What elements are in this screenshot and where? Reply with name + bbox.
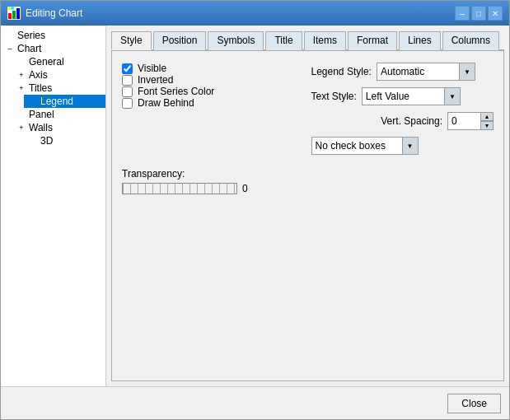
spinner-buttons: ▲ ▼ xyxy=(480,112,494,130)
tree-label-titles: Titles xyxy=(29,82,52,94)
expander-3d xyxy=(27,135,39,147)
title-bar-buttons: – □ ✕ xyxy=(455,6,503,21)
vert-spacing-spinner: ▲ ▼ xyxy=(447,112,494,130)
tree-item-panel[interactable]: Panel xyxy=(12,108,105,121)
tab-bar: Style Position Symbols Title Items Forma… xyxy=(111,30,504,51)
draw-behind-label: Draw Behind xyxy=(138,97,194,109)
svg-rect-1 xyxy=(8,13,12,19)
font-series-color-checkbox[interactable] xyxy=(122,86,133,97)
font-series-color-label: Font Series Color xyxy=(138,86,214,97)
inverted-label: Inverted xyxy=(138,74,173,86)
form-right: Legend Style: Automatic Manual ▼ xyxy=(311,63,494,155)
tree-item-chart[interactable]: – Chart xyxy=(1,42,105,55)
text-style-label: Text Style: xyxy=(311,91,357,102)
svg-point-4 xyxy=(7,7,11,10)
font-series-color-row: Font Series Color xyxy=(122,86,305,97)
no-check-boxes-select-wrapper: No check boxes Check boxes ▼ xyxy=(311,137,419,155)
tree-label-chart: Chart xyxy=(17,43,41,54)
svg-rect-2 xyxy=(12,11,16,19)
tree-item-axis[interactable]: + Axis xyxy=(12,68,105,82)
tree-item-general[interactable]: General xyxy=(12,55,105,68)
tree-label-legend: Legend xyxy=(40,96,73,107)
tree-label-walls: Walls xyxy=(29,122,53,133)
minimize-button[interactable]: – xyxy=(455,6,470,21)
expander-walls: + xyxy=(16,122,27,133)
legend-style-select-wrapper: Automatic Manual ▼ xyxy=(377,63,475,81)
svg-point-5 xyxy=(11,7,14,10)
tree-label-3d: 3D xyxy=(40,135,53,147)
tab-position[interactable]: Position xyxy=(153,31,207,50)
transparency-section: Transparency: 0 xyxy=(122,168,494,194)
text-style-select-wrapper: Left Value Right Value Center ▼ xyxy=(362,87,461,105)
svg-rect-3 xyxy=(16,8,20,19)
vert-spacing-input[interactable] xyxy=(447,112,480,130)
vert-spacing-row: Vert. Spacing: ▲ ▼ xyxy=(311,112,494,130)
form-grid: Visible Inverted Font Series Color xyxy=(122,63,494,155)
main-window: Editing Chart – □ ✕ Series – Chart Gener… xyxy=(0,0,510,420)
draw-behind-checkbox[interactable] xyxy=(122,98,133,109)
title-bar: Editing Chart – □ ✕ xyxy=(1,1,509,26)
spinner-up-button[interactable]: ▲ xyxy=(480,112,494,121)
tree-panel: Series – Chart General + Axis + Titles L… xyxy=(1,26,106,386)
tree-item-walls[interactable]: + Walls xyxy=(12,121,105,134)
no-check-boxes-select[interactable]: No check boxes Check boxes xyxy=(311,137,419,155)
transparency-label: Transparency: xyxy=(122,168,494,180)
legend-style-select[interactable]: Automatic Manual xyxy=(377,63,475,81)
tree-label-panel: Panel xyxy=(29,109,54,120)
tab-style[interactable]: Style xyxy=(111,31,152,50)
right-panel: Style Position Symbols Title Items Forma… xyxy=(106,26,509,386)
transparency-slider[interactable] xyxy=(122,183,237,194)
tab-format[interactable]: Format xyxy=(348,31,397,50)
content-area: Visible Inverted Font Series Color xyxy=(111,51,504,381)
expander-axis: + xyxy=(16,69,27,81)
form-left: Visible Inverted Font Series Color xyxy=(122,63,305,155)
expander-titles: + xyxy=(16,82,27,94)
tree-label-general: General xyxy=(29,56,64,68)
tree-item-series[interactable]: Series xyxy=(1,29,105,42)
slider-row: 0 xyxy=(122,183,494,194)
vert-spacing-label: Vert. Spacing: xyxy=(381,115,442,127)
visible-row: Visible xyxy=(122,63,305,74)
expander-chart: – xyxy=(4,43,16,54)
spinner-down-button[interactable]: ▼ xyxy=(480,121,494,130)
inverted-checkbox[interactable] xyxy=(122,75,133,86)
bottom-bar: Close xyxy=(1,386,509,419)
expander-general xyxy=(16,56,27,68)
visible-label: Visible xyxy=(138,63,166,74)
tab-symbols[interactable]: Symbols xyxy=(208,31,264,50)
window-title: Editing Chart xyxy=(26,7,455,19)
maximize-button[interactable]: □ xyxy=(471,6,486,21)
tree-label-axis: Axis xyxy=(29,69,48,81)
tree-label-series: Series xyxy=(17,30,45,41)
inverted-row: Inverted xyxy=(122,74,305,86)
visible-checkbox[interactable] xyxy=(122,63,133,74)
expander-series xyxy=(4,30,16,41)
no-check-boxes-row: No check boxes Check boxes ▼ xyxy=(311,137,494,155)
window-content: Series – Chart General + Axis + Titles L… xyxy=(1,26,509,386)
expander-panel xyxy=(16,109,27,120)
tab-items[interactable]: Items xyxy=(304,31,346,50)
transparency-value: 0 xyxy=(242,183,248,194)
text-style-row: Text Style: Left Value Right Value Cente… xyxy=(311,87,494,105)
tree-item-titles[interactable]: + Titles xyxy=(12,82,105,95)
legend-style-row: Legend Style: Automatic Manual ▼ xyxy=(311,63,494,81)
tab-lines[interactable]: Lines xyxy=(399,31,441,50)
text-style-select[interactable]: Left Value Right Value Center xyxy=(362,87,461,105)
tree-item-legend[interactable]: Legend xyxy=(24,95,105,108)
chart-icon xyxy=(7,7,21,20)
legend-style-label: Legend Style: xyxy=(311,66,372,77)
draw-behind-row: Draw Behind xyxy=(122,97,305,109)
close-button[interactable]: Close xyxy=(447,394,501,413)
tab-title[interactable]: Title xyxy=(265,31,302,50)
window-close-button[interactable]: ✕ xyxy=(488,6,503,21)
tab-columns[interactable]: Columns xyxy=(442,31,499,50)
tree-item-3d[interactable]: 3D xyxy=(24,134,105,147)
expander-legend xyxy=(27,96,39,107)
